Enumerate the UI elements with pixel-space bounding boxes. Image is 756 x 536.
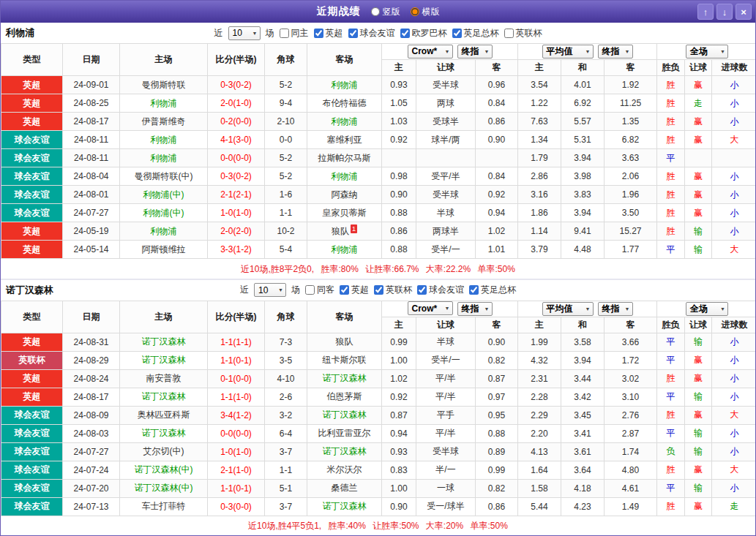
average-select[interactable]: 平均值▼ (542, 45, 594, 58)
avg-away: 1.77 (605, 241, 657, 259)
competition-checkbox-1-input[interactable] (340, 285, 349, 295)
odds-handicap: 平手 (416, 406, 476, 424)
competition-checkbox-3-input[interactable] (417, 285, 427, 295)
competition-checkbox-1[interactable]: 英超 (314, 27, 343, 39)
col-type: 类型 (1, 301, 63, 333)
layout-vertical-radio[interactable]: 竖版 (371, 6, 400, 18)
away-team: 拉斯帕尔马斯 (307, 149, 382, 167)
home-team: 利物浦 (120, 149, 208, 167)
match-date: 24-08-03 (63, 424, 120, 442)
match-date: 24-05-14 (63, 241, 120, 259)
competition-checkbox-2-input[interactable] (348, 29, 358, 38)
home-team: 利物浦(中) (120, 186, 208, 204)
scroll-down-button[interactable]: ↓ (716, 4, 733, 20)
match-date: 24-07-27 (63, 442, 120, 461)
result-outcome: 胜 (657, 406, 685, 424)
competition-checkbox-3[interactable]: 球会友谊 (417, 284, 464, 296)
corner-score: 3-5 (265, 351, 307, 369)
bookmaker-select[interactable]: Crow*▼ (408, 301, 453, 315)
avg-away: 1.49 (605, 497, 657, 516)
competition-checkbox-4-input[interactable] (452, 29, 462, 38)
odds-handicap: 平/半 (416, 424, 476, 442)
odds-home: 1.03 (382, 113, 416, 131)
sub-col-6: 客 (605, 60, 657, 76)
avg-home: 7.63 (518, 113, 561, 131)
competition-checkbox-4-input[interactable] (469, 285, 479, 295)
odds-handicap: 一球 (416, 479, 476, 497)
col-home: 主场 (120, 44, 208, 76)
competition-badge: 球会友谊 (1, 149, 63, 167)
dropdown-caret-icon: ▼ (252, 31, 258, 36)
corner-score: 6-4 (265, 424, 307, 442)
table-row: 英超24-08-17诺丁汉森林1-1(1-0)2-6伯恩茅斯0.92平/半0.9… (1, 388, 756, 406)
same-side-checkbox-label: 同客 (317, 284, 334, 296)
competition-checkbox-4[interactable]: 英足总杯 (469, 284, 516, 296)
match-count-select[interactable]: 10▼ (228, 26, 261, 40)
recent-results-window: 近期战绩 竖版 横版 ↑ ↓ × 利物浦近10▼场同主英超球会友谊欧罗巴杯英足总… (0, 0, 756, 536)
odds-time-select[interactable]: 终指▼ (457, 302, 493, 316)
avg-home: 1.14 (518, 222, 561, 241)
layout-vertical-radio-input[interactable] (371, 7, 380, 16)
table-row: 球会友谊24-07-20诺丁汉森林(中)1-1(0-1)5-1桑德兰1.00一球… (1, 479, 756, 497)
match-count-select[interactable]: 10▼ (254, 283, 286, 297)
goals-outcome: 小 (712, 479, 756, 497)
table-row: 球会友谊24-08-03诺丁汉森林0-0(0-0)6-4比利亚雷亚尔0.94平/… (1, 424, 756, 442)
competition-checkbox-5[interactable]: 英联杯 (504, 27, 542, 39)
match-score: 3-4(1-2) (208, 406, 265, 424)
same-side-checkbox-input[interactable] (280, 29, 289, 38)
close-icon: × (741, 7, 746, 17)
competition-badge: 球会友谊 (1, 406, 63, 424)
competition-checkbox-3-input[interactable] (400, 29, 410, 38)
col-away: 客场 (307, 301, 382, 333)
odds-handicap: 受平/半 (416, 167, 476, 186)
odds-away: 0.86 (476, 497, 518, 516)
competition-checkbox-1-input[interactable] (314, 29, 323, 38)
titlebar: 近期战绩 竖版 横版 ↑ ↓ × (1, 1, 755, 23)
average-select-value: 平均值 (547, 303, 573, 315)
layout-horizontal-radio-input[interactable] (411, 7, 419, 16)
home-team: 利物浦(中) (120, 204, 208, 222)
avg-draw: 3.94 (561, 351, 605, 369)
match-date: 24-07-24 (63, 461, 120, 479)
sub-col-9: 进球数 (712, 60, 756, 76)
average-select[interactable]: 平均值▼ (542, 302, 594, 316)
corner-score: 5-1 (265, 479, 307, 497)
avg-home: 2.86 (518, 167, 561, 186)
scope-select[interactable]: 全场▼ (686, 45, 728, 58)
odds-away (476, 149, 518, 167)
result-outcome: 胜 (657, 131, 685, 149)
competition-checkbox-2-input[interactable] (374, 285, 383, 295)
home-team: 阿斯顿维拉 (120, 241, 208, 259)
avg-away: 2.87 (605, 424, 657, 442)
handicap-outcome: 赢 (685, 497, 712, 516)
competition-checkbox-2[interactable]: 球会友谊 (348, 27, 395, 39)
scroll-up-button[interactable]: ↑ (697, 4, 714, 20)
handicap-outcome: 赢 (685, 113, 712, 131)
competition-checkbox-4[interactable]: 英足总杯 (452, 27, 499, 39)
scope-select[interactable]: 全场▼ (686, 302, 728, 316)
odds-handicap: 受半/一 (416, 241, 476, 259)
fulltime-group-header: 全场▼ (657, 44, 756, 60)
competition-checkbox-2[interactable]: 英联杯 (374, 284, 412, 296)
bookmaker-select[interactable]: Crow*▼ (408, 45, 453, 58)
same-side-checkbox[interactable]: 同主 (280, 27, 309, 39)
avg-draw: 4.48 (561, 241, 605, 259)
same-side-checkbox-input[interactable] (305, 285, 315, 295)
odds-time-select[interactable]: 终指▼ (457, 45, 493, 58)
table-row: 英超24-08-17伊普斯维奇0-2(0-0)2-10利物浦1.03受球半0.8… (1, 113, 756, 131)
avg-draw: 6.92 (561, 94, 605, 113)
close-button[interactable]: × (736, 4, 752, 20)
dropdown-caret-icon: ▼ (445, 49, 450, 54)
average-time-select[interactable]: 终指▼ (598, 45, 633, 58)
layout-horizontal-radio[interactable]: 横版 (411, 6, 440, 18)
corner-score: 7-3 (265, 333, 307, 351)
average-time-select[interactable]: 终指▼ (598, 302, 633, 316)
handicap-outcome: 赢 (685, 76, 712, 94)
competition-checkbox-3[interactable]: 欧罗巴杯 (400, 27, 447, 39)
same-side-checkbox-label: 同主 (291, 27, 309, 39)
same-side-checkbox[interactable]: 同客 (305, 284, 334, 296)
competition-badge: 球会友谊 (1, 167, 63, 186)
competition-checkbox-5-input[interactable] (504, 29, 514, 38)
competition-checkbox-1[interactable]: 英超 (340, 284, 369, 296)
summary-row: 近10场,胜4平5负1, 胜率:40% 让胜率:50% 大率:20% 单率:50… (1, 517, 755, 535)
